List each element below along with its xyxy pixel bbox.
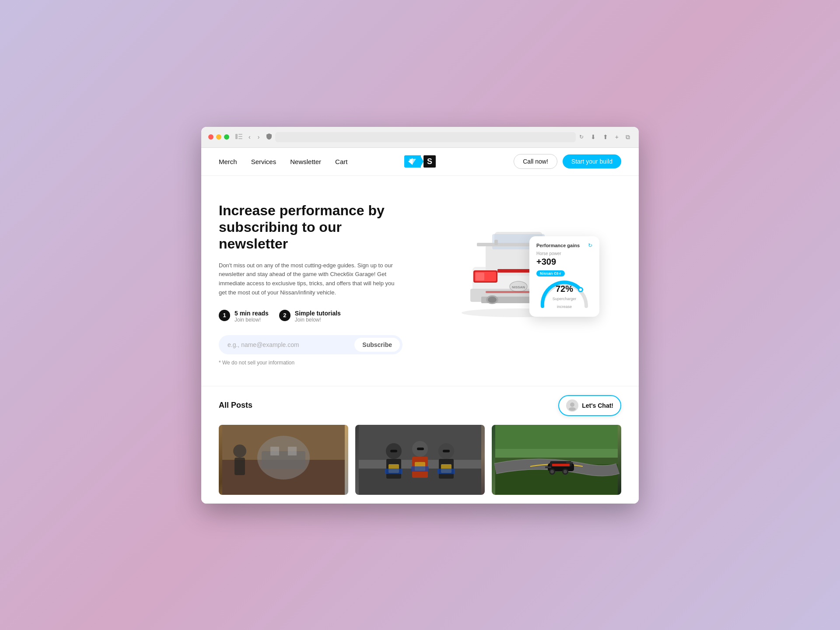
- chat-button[interactable]: Let's Chat!: [558, 395, 621, 416]
- tabs-button[interactable]: ⧉: [624, 133, 632, 142]
- hero-description: Don't miss out on any of the most cuttin…: [219, 261, 402, 298]
- chat-avatar: [566, 399, 578, 412]
- close-button[interactable]: [208, 134, 214, 140]
- svg-rect-36: [270, 447, 279, 455]
- call-now-button[interactable]: Call now!: [514, 154, 557, 169]
- privacy-note: * We do not sell your information: [219, 360, 402, 366]
- nav-merch[interactable]: Merch: [219, 158, 237, 165]
- subscribe-button[interactable]: Subscribe: [354, 338, 400, 352]
- browser-actions: ⬇ ⬆ + ⧉: [589, 133, 632, 142]
- main-nav: Merch Services Newsletter Cart S: [201, 148, 639, 176]
- svg-rect-2: [238, 136, 242, 137]
- svg-rect-62: [552, 464, 570, 466]
- refresh-button[interactable]: ↻: [579, 134, 584, 140]
- forward-button[interactable]: ›: [256, 133, 262, 141]
- svg-rect-64: [566, 462, 573, 463]
- svg-rect-0: [235, 134, 238, 139]
- gauge-percent-label: Supercharger increase: [553, 297, 577, 309]
- svg-rect-55: [385, 469, 402, 474]
- feature-text-2: Simple tutorials Join below!: [295, 310, 341, 323]
- logo: S: [404, 155, 436, 168]
- address-bar[interactable]: [275, 132, 575, 142]
- posts-title: All Posts: [219, 401, 252, 410]
- nav-center: S: [404, 155, 436, 168]
- svg-rect-57: [438, 469, 455, 474]
- sidebar-toggle-button[interactable]: [234, 133, 243, 141]
- feature-sub-1: Join below!: [234, 317, 269, 323]
- perf-card-title: Performance gains: [536, 243, 580, 248]
- perf-refresh-icon: ↻: [588, 242, 592, 248]
- nav-right: Call now! Start your build: [514, 154, 621, 169]
- svg-point-31: [569, 407, 576, 411]
- start-build-button[interactable]: Start your build: [563, 154, 621, 168]
- svg-rect-17: [476, 273, 484, 280]
- nav-left: Merch Services Newsletter Cart: [219, 158, 347, 165]
- svg-rect-52: [390, 450, 397, 452]
- email-input[interactable]: [228, 341, 351, 348]
- minimize-button[interactable]: [216, 134, 221, 140]
- features-list: 1 5 min reads Join below! 2 Simple tutor…: [219, 310, 402, 323]
- feature-number-2: 2: [279, 310, 290, 321]
- svg-rect-3: [238, 138, 242, 139]
- svg-point-68: [564, 470, 567, 473]
- feature-number-1: 1: [219, 310, 230, 321]
- traffic-lights: [208, 134, 229, 140]
- nav-newsletter[interactable]: Newsletter: [290, 158, 321, 165]
- posts-grid: [219, 425, 621, 495]
- security-icon: [266, 133, 272, 141]
- maximize-button[interactable]: [224, 134, 229, 140]
- svg-rect-25: [494, 240, 498, 245]
- browser-window: ‹ › ↻ ⬇ ⬆ + ⧉ Merch Services Newslett: [201, 127, 639, 504]
- svg-point-30: [570, 402, 574, 407]
- nav-cart[interactable]: Cart: [335, 158, 347, 165]
- post-card-2[interactable]: [355, 425, 485, 495]
- feature-title-2: Simple tutorials: [295, 310, 341, 317]
- gauge-percent-value: 72%: [550, 284, 578, 294]
- svg-rect-35: [262, 451, 305, 469]
- gauge-container: 72% Supercharger increase: [536, 280, 592, 311]
- hero-visual: NISSAN Performance gains ↻: [420, 202, 621, 342]
- downloads-button[interactable]: ⬇: [589, 133, 598, 141]
- svg-text:NISSAN: NISSAN: [512, 285, 525, 289]
- logo-box: [404, 155, 421, 168]
- post-thumbnail-1: [219, 425, 348, 495]
- svg-rect-54: [443, 450, 450, 452]
- post-card-3[interactable]: [492, 425, 621, 495]
- performance-card: Performance gains ↻ Horse power +309 Nis…: [529, 236, 599, 317]
- nissan-badge: Nissan Gt-r: [536, 270, 565, 276]
- logo-letter: S: [424, 155, 436, 168]
- website-content: Merch Services Newsletter Cart S: [201, 148, 639, 504]
- svg-rect-1: [238, 134, 242, 135]
- feature-title-1: 5 min reads: [234, 310, 269, 317]
- svg-rect-56: [411, 466, 429, 472]
- feature-item-2: 2 Simple tutorials Join below!: [279, 310, 341, 323]
- nav-services[interactable]: Services: [251, 158, 276, 165]
- posts-header: All Posts Let's Chat!: [219, 395, 621, 416]
- svg-rect-53: [417, 448, 424, 450]
- back-button[interactable]: ‹: [247, 133, 252, 141]
- svg-rect-39: [234, 458, 245, 475]
- svg-point-67: [550, 470, 554, 473]
- svg-rect-70: [495, 449, 618, 458]
- perf-card-header: Performance gains ↻: [536, 242, 592, 248]
- subscribe-form: Subscribe: [219, 335, 402, 354]
- car-image: NISSAN Performance gains ↻: [451, 223, 591, 321]
- feature-sub-2: Join below!: [295, 317, 341, 323]
- share-button[interactable]: ⬆: [601, 133, 610, 141]
- hp-label: Horse power: [536, 251, 592, 256]
- svg-point-38: [233, 444, 246, 458]
- address-bar-container: ↻: [266, 132, 583, 142]
- hero-content: Increase performance by subscribing to o…: [219, 202, 402, 366]
- hero-title: Increase performance by subscribing to o…: [219, 202, 402, 252]
- new-tab-button[interactable]: +: [613, 133, 620, 141]
- hero-section: Increase performance by subscribing to o…: [201, 176, 639, 386]
- post-thumbnail-3: [492, 425, 621, 495]
- svg-point-11: [488, 297, 497, 303]
- post-card-1[interactable]: [219, 425, 348, 495]
- svg-rect-63: [545, 466, 551, 468]
- gauge-percent: 72% Supercharger increase: [550, 284, 578, 310]
- browser-titlebar: ‹ › ↻ ⬇ ⬆ + ⧉: [201, 127, 639, 148]
- feature-item-1: 1 5 min reads Join below!: [219, 310, 269, 323]
- svg-point-29: [579, 288, 582, 291]
- hp-value: +309: [536, 257, 592, 267]
